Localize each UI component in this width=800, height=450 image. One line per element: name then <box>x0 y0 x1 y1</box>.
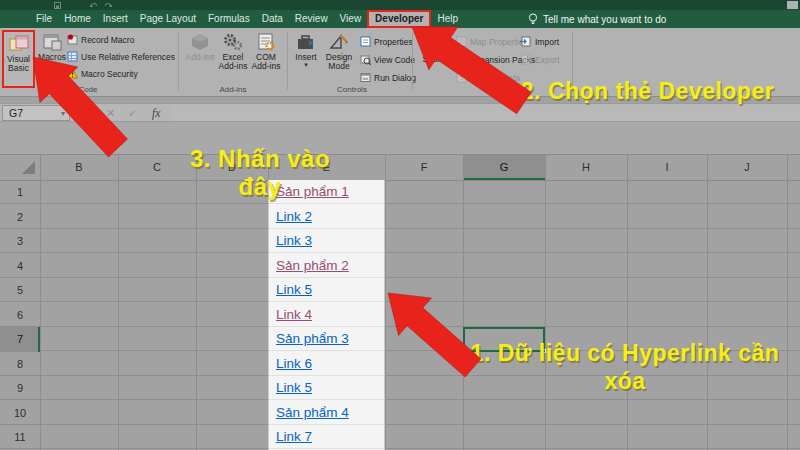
annotation-step2: 2. Chọn thẻ Developer <box>505 78 790 104</box>
excel-addins-gear-icon <box>223 33 243 51</box>
name-box-dropdown-icon[interactable]: ▾ <box>61 106 65 121</box>
row-header-6[interactable]: 6 <box>0 303 40 328</box>
row-header-3[interactable]: 3 <box>0 229 40 254</box>
map-properties-button[interactable]: Map Properties <box>456 36 528 47</box>
com-addins-icon <box>256 33 276 51</box>
cell-e10[interactable]: Sản phẩm 4 <box>269 401 384 426</box>
tab-file[interactable]: File <box>30 10 58 28</box>
row-header-8[interactable]: 8 <box>0 352 40 377</box>
cell-e11[interactable]: Link 7 <box>269 425 384 450</box>
visual-basic-label: Visual Basic <box>4 55 33 73</box>
column-header-j[interactable]: J <box>707 154 787 180</box>
view-code-button[interactable]: View Code <box>360 54 415 65</box>
map-properties-icon <box>456 36 467 47</box>
excel-addins-button[interactable]: Excel Add-ins <box>218 30 248 88</box>
insert-controls-icon <box>296 33 316 51</box>
annotation-step3: 3. Nhấn vàođây <box>175 145 345 201</box>
row-header-5[interactable]: 5 <box>0 278 40 303</box>
row-header-4[interactable]: 4 <box>0 254 40 279</box>
save-icon[interactable] <box>54 2 61 9</box>
expansion-packs-icon <box>456 54 467 65</box>
column-header-i[interactable]: I <box>627 154 707 180</box>
use-relative-references-button[interactable]: Use Relative References <box>67 51 175 62</box>
select-all-button[interactable] <box>0 154 40 180</box>
row-header-2[interactable]: 2 <box>0 205 40 230</box>
row-header-11[interactable]: 11 <box>0 425 40 450</box>
refresh-data-icon <box>456 72 467 83</box>
row-header-1[interactable]: 1 <box>0 180 40 205</box>
name-box[interactable]: G7 ▾ <box>2 105 70 121</box>
com-addins-label: COM Add-ins <box>250 53 282 71</box>
redo-icon[interactable] <box>104 2 112 9</box>
import-button[interactable]: Import <box>520 36 559 47</box>
lightbulb-icon <box>528 13 538 25</box>
addins-button[interactable]: Add-ins <box>184 30 216 88</box>
column-header-f[interactable]: F <box>385 154 463 180</box>
view-code-label: View Code <box>374 55 415 65</box>
import-icon <box>520 36 532 47</box>
grid-area[interactable] <box>0 180 800 450</box>
record-macro-button[interactable]: Record Macro <box>67 34 134 45</box>
column-header-b[interactable]: B <box>40 154 118 180</box>
run-dialog-button[interactable]: Run Dialog <box>360 72 416 83</box>
row-headers: 1 2 3 4 5 6 7 8 9 10 11 <box>0 180 40 450</box>
macro-security-icon <box>67 68 78 79</box>
export-button[interactable]: Export <box>520 54 560 65</box>
cell-e3[interactable]: Link 3 <box>269 229 384 254</box>
properties-button[interactable]: Properties <box>360 36 413 47</box>
tab-developer[interactable]: Developer <box>367 10 431 28</box>
group-divider <box>412 32 413 90</box>
row-header-7[interactable]: 7 <box>0 327 40 352</box>
column-header-h[interactable]: H <box>545 154 627 180</box>
design-mode-icon <box>329 33 349 51</box>
enter-icon[interactable]: ✓ <box>128 105 137 122</box>
column-header-g[interactable]: G <box>463 154 545 180</box>
insert-controls-button[interactable]: Insert ▾ <box>292 30 320 88</box>
window-control[interactable] <box>787 1 798 9</box>
row-header-9[interactable]: 9 <box>0 376 40 401</box>
formula-input[interactable] <box>172 105 800 121</box>
cancel-icon[interactable]: ✕ <box>106 105 115 122</box>
visual-basic-button[interactable]: Visual Basic <box>2 30 35 88</box>
design-mode-button[interactable]: Design Mode <box>322 30 356 88</box>
source-button[interactable]: Source <box>418 32 454 90</box>
tab-review[interactable]: Review <box>289 10 334 28</box>
tell-me-box[interactable]: Tell me what you want to do <box>528 10 666 28</box>
properties-label: Properties <box>374 37 413 47</box>
ribbon-tab-bar: File Home Insert Page Layout Formulas Da… <box>0 10 800 28</box>
select-all-triangle-icon <box>22 161 35 174</box>
view-code-icon <box>360 54 371 65</box>
hyperlink-data-column: Sản phẩm 1 Link 2 Link 3 Sản phẩm 2 Link… <box>268 180 385 450</box>
cell-e6[interactable]: Link 4 <box>269 303 384 328</box>
macros-button[interactable]: Macros <box>38 30 66 88</box>
tab-help[interactable]: Help <box>431 10 464 28</box>
gridline <box>545 154 546 450</box>
insert-function-icon[interactable]: fx <box>152 105 160 122</box>
cell-e2[interactable]: Link 2 <box>269 205 384 230</box>
cell-e4[interactable]: Sản phẩm 2 <box>269 254 384 279</box>
undo-icon[interactable] <box>90 2 98 9</box>
com-addins-button[interactable]: COM Add-ins <box>250 30 282 88</box>
controls-group-label: Controls <box>322 85 382 94</box>
cell-e5[interactable]: Link 5 <box>269 278 384 303</box>
cell-e7[interactable]: Sản phẩm 3 <box>269 327 384 352</box>
tab-data[interactable]: Data <box>256 10 289 28</box>
macro-security-button[interactable]: Macro Security <box>67 68 138 79</box>
design-mode-label: Design Mode <box>322 53 356 71</box>
gridline <box>707 154 708 450</box>
tab-view[interactable]: View <box>334 10 368 28</box>
tab-home[interactable]: Home <box>58 10 97 28</box>
worksheet[interactable]: B C D E F G H I J 1 2 3 4 5 6 7 8 9 10 1… <box>0 154 800 450</box>
record-macro-label: Record Macro <box>81 35 134 45</box>
cell-e8[interactable]: Link 6 <box>269 352 384 377</box>
cell-e9[interactable]: Link 5 <box>269 376 384 401</box>
addins-label: Add-ins <box>186 53 215 62</box>
divider <box>95 106 96 120</box>
macros-icon <box>42 33 62 51</box>
tab-page-layout[interactable]: Page Layout <box>134 10 202 28</box>
macro-security-label: Macro Security <box>81 69 138 79</box>
row-header-10[interactable]: 10 <box>0 401 40 426</box>
tab-formulas[interactable]: Formulas <box>202 10 256 28</box>
gridline <box>787 154 788 450</box>
tab-insert[interactable]: Insert <box>97 10 134 28</box>
